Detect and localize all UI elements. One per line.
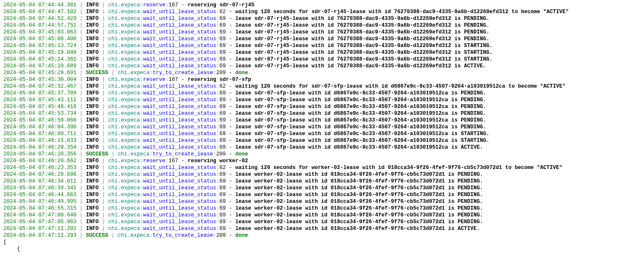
log-line: 2024-05-04 07:45:13.724 | INFO | chi.exp… <box>3 42 641 49</box>
log-timestamp: 2024-05-04 07:46:23.353 <box>3 165 77 171</box>
log-message: lease sdr-07-rj45-lease with id 76270388… <box>235 63 486 69</box>
log-level: INFO <box>86 43 99 49</box>
log-message: done <box>235 70 248 76</box>
output-brace: { <box>3 246 641 252</box>
log-function: wait_until_lease_status <box>143 29 216 35</box>
log-level: INFO <box>86 111 99 116</box>
log-module: chi.expeca <box>108 124 140 130</box>
output-bracket: [ <box>3 239 641 246</box>
log-lineno: 69 <box>219 104 226 110</box>
log-timestamp: 2024-05-04 07:47:11.293 <box>3 232 77 238</box>
log-level: INFO <box>86 29 99 35</box>
log-function: wait_until_lease_status <box>143 124 216 130</box>
log-module: chi.expeca <box>108 97 140 103</box>
log-timestamp: 2024-05-04 07:46:20.662 <box>3 158 77 164</box>
log-line: 2024-05-04 07:46:23.353 | INFO | chi.exp… <box>3 164 641 171</box>
log-module: chi.expeca <box>108 138 140 144</box>
log-line: 2024-05-04 07:45:43.111 | INFO | chi.exp… <box>3 97 641 103</box>
log-message: lease sdr-07-sfp-lease with id d6867e9c-… <box>235 104 486 110</box>
log-message: lease worker-02-lease with id 018cca34-9… <box>235 226 480 232</box>
log-level: INFO <box>86 212 99 218</box>
log-message: lease sdr-07-sfp-lease with id d6867e9c-… <box>235 138 489 144</box>
log-level: INFO <box>86 178 99 184</box>
log-timestamp: 2024-05-04 07:45:37.789 <box>3 90 77 96</box>
log-lineno: 69 <box>219 111 226 116</box>
log-lineno: 69 <box>219 172 226 177</box>
log-module: chi.expeca <box>108 104 140 110</box>
log-line: 2024-05-04 07:46:04.390 | INFO | chi.exp… <box>3 124 641 130</box>
log-module: chi.expeca <box>108 226 140 232</box>
log-level: INFO <box>86 205 99 211</box>
log-level: INFO <box>86 185 99 191</box>
log-line: 2024-05-04 07:45:37.789 | INFO | chi.exp… <box>3 90 641 97</box>
log-level: INFO <box>86 9 99 15</box>
log-timestamp: 2024-05-04 07:45:48.416 <box>3 104 77 110</box>
log-line: 2024-05-04 07:45:32.467 | INFO | chi.exp… <box>3 83 641 90</box>
log-module: chi.expeca <box>108 219 140 225</box>
log-message: lease worker-02-lease with id 018cca34-9… <box>235 219 483 225</box>
log-lineno: 62 <box>219 83 226 89</box>
log-module: chi.expeca <box>108 43 140 49</box>
log-message: lease sdr-07-sfp-lease with id d6867e9c-… <box>235 144 483 150</box>
log-level: INFO <box>86 36 99 42</box>
log-lineno: 69 <box>219 36 226 42</box>
log-lineno: 69 <box>219 50 226 55</box>
log-lineno: 69 <box>219 205 226 211</box>
log-lineno: 69 <box>219 97 226 103</box>
log-timestamp: 2024-05-04 07:47:11.292 <box>3 226 77 232</box>
log-line: 2024-05-04 07:44:52.429 | INFO | chi.exp… <box>3 15 641 22</box>
log-line: 2024-05-04 07:45:19.040 | INFO | chi.exp… <box>3 49 641 56</box>
log-message: lease sdr-07-rj45-lease with id 76270388… <box>235 43 493 49</box>
log-timestamp: 2024-05-04 07:45:03.063 <box>3 29 77 35</box>
log-lineno: 209 <box>216 232 226 238</box>
log-function: wait_until_lease_status <box>143 56 216 62</box>
log-level: INFO <box>86 226 99 232</box>
log-timestamp: 2024-05-04 07:44:57.751 <box>3 22 77 28</box>
log-module: chi.expeca <box>108 185 140 191</box>
log-module: chi.expeca <box>108 144 140 150</box>
log-message: lease sdr-07-rj45-lease with id 76270388… <box>235 36 489 42</box>
log-timestamp: 2024-05-04 07:46:55.315 <box>3 205 77 211</box>
log-timestamp: 2024-05-04 07:45:32.467 <box>3 83 77 89</box>
log-function: wait_until_lease_status <box>143 63 216 69</box>
log-line: 2024-05-04 07:46:20.662 | INFO | chi.exp… <box>3 158 641 164</box>
log-function: reserve <box>143 77 166 83</box>
log-timestamp: 2024-05-04 07:47:00.640 <box>3 212 77 218</box>
log-level: INFO <box>86 165 99 171</box>
log-level: INFO <box>86 199 99 205</box>
log-function: wait_until_lease_status <box>143 9 216 15</box>
log-module: chi.expeca <box>108 29 140 35</box>
log-message: lease sdr-07-sfp-lease with id d6867e9c-… <box>235 131 489 137</box>
log-function: wait_until_lease_status <box>143 199 216 205</box>
log-function: wait_until_lease_status <box>143 192 216 198</box>
log-lineno: 167 <box>169 77 178 83</box>
log-level: SUCCESS <box>86 151 108 157</box>
log-line: 2024-05-04 07:45:03.063 | INFO | chi.exp… <box>3 29 641 36</box>
log-module: chi.expeca <box>108 165 140 171</box>
log-function: wait_until_lease_status <box>143 97 216 103</box>
log-line: 2024-05-04 07:46:15.033 | INFO | chi.exp… <box>3 137 641 144</box>
log-module: chi.expeca <box>108 2 140 8</box>
log-function: reserve <box>143 158 166 164</box>
log-function: try_to_create_lease <box>153 151 213 157</box>
log-line: 2024-05-04 07:46:34.011 | INFO | chi.exp… <box>3 178 641 185</box>
log-module: chi.expeca <box>118 151 149 157</box>
log-message: lease sdr-07-sfp-lease with id d6867e9c-… <box>235 111 486 116</box>
log-line: 2024-05-04 07:45:30.004 | INFO | chi.exp… <box>3 76 641 83</box>
log-message: waiting 120 seconds for sdr-07-rj45-leas… <box>235 9 569 15</box>
log-module: chi.expeca <box>108 192 140 198</box>
log-lineno: 69 <box>219 144 226 150</box>
log-level: INFO <box>86 50 99 55</box>
log-module: chi.expeca <box>108 36 140 42</box>
log-message: lease sdr-07-sfp-lease with id d6867e9c-… <box>235 117 486 123</box>
log-line: 2024-05-04 07:44:47.102 | INFO | chi.exp… <box>3 8 641 15</box>
log-module: chi.expeca <box>108 212 140 218</box>
log-lineno: 69 <box>219 29 226 35</box>
log-message: lease sdr-07-rj45-lease with id 76270388… <box>235 16 489 22</box>
log-timestamp: 2024-05-04 07:46:49.995 <box>3 199 77 205</box>
log-timestamp: 2024-05-04 07:45:59.060 <box>3 117 77 123</box>
log-message: reserving sdr-07-rj45 <box>188 2 254 8</box>
log-lineno: 69 <box>219 226 226 232</box>
log-function: wait_until_lease_status <box>143 36 216 42</box>
log-message: lease sdr-07-sfp-lease with id d6867e9c-… <box>235 90 486 96</box>
